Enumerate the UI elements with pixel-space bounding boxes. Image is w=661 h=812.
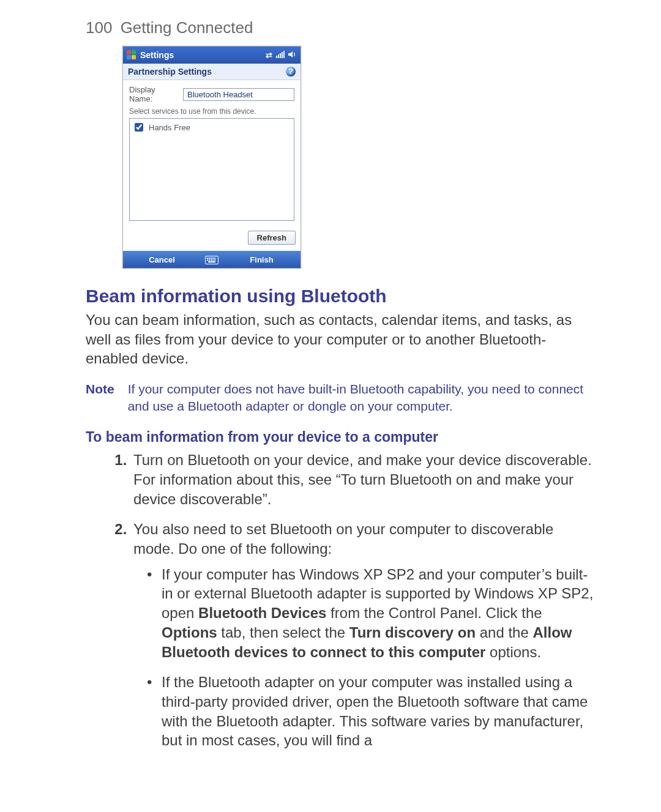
svg-rect-8 [209, 258, 210, 259]
svg-rect-12 [207, 259, 208, 261]
device-body: Display Name: Select services to use fro… [123, 80, 301, 226]
step-2-bullet-a: If your computer has Windows XP SP2 and … [162, 565, 594, 661]
chapter-title: Getting Connected [121, 18, 253, 37]
subtitle-text: Partnership Settings [128, 67, 212, 76]
svg-rect-0 [276, 56, 277, 58]
refresh-button[interactable]: Refresh [248, 231, 296, 245]
note-label: Note [86, 381, 114, 414]
step-2-bullets: If your computer has Windows XP SP2 and … [133, 565, 594, 750]
status-icons: ⇄ [266, 51, 297, 60]
page-number: 100 [86, 18, 112, 37]
sync-icon: ⇄ [266, 51, 272, 60]
services-listbox[interactable]: Hands Free [129, 118, 294, 221]
svg-rect-10 [212, 258, 214, 259]
svg-rect-3 [282, 52, 283, 58]
svg-rect-16 [214, 259, 215, 261]
step-2-bullet-b: If the Bluetooth adapter on your compute… [162, 672, 594, 750]
step-1: Turn on Bluetooth on your device, and ma… [131, 450, 594, 508]
s2a-mid1: from the Control Panel. Click the [326, 605, 542, 621]
subtitle-bar: Partnership Settings ? [123, 64, 301, 80]
display-name-label: Display Name: [129, 85, 178, 103]
services-hint: Select services to use from this device. [129, 107, 294, 116]
steps-list: Turn on Bluetooth on your device, and ma… [86, 450, 594, 750]
s2a-b2: Options [162, 624, 217, 641]
svg-rect-11 [214, 258, 215, 259]
help-icon[interactable]: ? [286, 67, 296, 76]
svg-rect-13 [209, 259, 210, 261]
s2a-mid2: tab, then select the [217, 624, 349, 641]
service-label: Hands Free [149, 123, 190, 132]
s2a-b1: Bluetooth Devices [198, 605, 326, 621]
s2a-b3: Turn discovery on [349, 624, 476, 641]
subsection-heading: To beam information from your device to … [86, 429, 594, 445]
s2a-mid3: and the [476, 624, 532, 641]
service-checkbox[interactable] [135, 123, 143, 132]
svg-rect-4 [283, 51, 285, 58]
svg-rect-9 [211, 258, 212, 259]
svg-rect-2 [280, 53, 281, 58]
titlebar: Settings ⇄ [123, 47, 301, 64]
svg-rect-14 [211, 259, 212, 261]
section-heading: Beam information using Bluetooth [86, 286, 594, 307]
s2a-post: options. [485, 644, 541, 660]
service-item[interactable]: Hands Free [132, 121, 291, 133]
signal-icon [276, 51, 285, 60]
cancel-button[interactable]: Cancel [123, 255, 201, 264]
svg-rect-7 [207, 258, 208, 259]
note-text: If your computer does not have built-in … [128, 381, 594, 414]
finish-button[interactable]: Finish [223, 255, 301, 264]
step-2: You also need to set Bluetooth on your c… [131, 520, 594, 750]
svg-marker-5 [288, 51, 293, 58]
step-2-text: You also need to set Bluetooth on your c… [133, 521, 553, 557]
keyboard-icon[interactable] [201, 255, 223, 264]
speaker-icon [288, 51, 297, 60]
titlebar-title: Settings [140, 50, 266, 60]
svg-rect-17 [208, 261, 215, 263]
note-block: Note If your computer does not have buil… [86, 381, 594, 414]
page-header: 100 Getting Connected [86, 18, 594, 37]
windows-flag-icon [127, 50, 136, 60]
svg-rect-1 [278, 54, 279, 58]
display-name-input[interactable] [183, 88, 294, 101]
device-screenshot: Settings ⇄ Partnership Settings ? Displa… [122, 46, 301, 269]
svg-rect-15 [212, 259, 214, 261]
bottombar: Cancel Finish [123, 251, 301, 268]
section-intro: You can beam information, such as contac… [86, 310, 594, 368]
refresh-row: Refresh [123, 226, 301, 251]
